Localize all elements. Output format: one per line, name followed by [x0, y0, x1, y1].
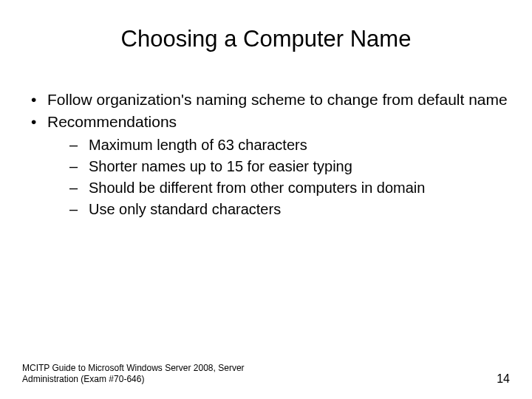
page-number: 14 [497, 372, 510, 386]
slide-content: Follow organization's naming scheme to c… [22, 89, 510, 219]
main-bullet-list: Follow organization's naming scheme to c… [30, 89, 510, 219]
slide-title: Choosing a Computer Name [22, 26, 510, 52]
bullet-text: Recommendations [47, 113, 177, 130]
sub-bullet-item: Maximum length of 63 characters [69, 135, 510, 154]
sub-bullet-item: Should be different from other computers… [69, 178, 510, 197]
sub-bullet-list: Maximum length of 63 characters Shorter … [47, 135, 510, 219]
bullet-item: Follow organization's naming scheme to c… [30, 89, 510, 109]
sub-bullet-item: Use only standard characters [69, 200, 510, 219]
slide-container: Choosing a Computer Name Follow organiza… [0, 0, 532, 399]
footer-source-text: MCITP Guide to Microsoft Windows Server … [22, 363, 281, 386]
bullet-item: Recommendations Maximum length of 63 cha… [30, 112, 510, 218]
slide-footer: MCITP Guide to Microsoft Windows Server … [22, 363, 510, 386]
sub-bullet-item: Shorter names up to 15 for easier typing [69, 157, 510, 176]
